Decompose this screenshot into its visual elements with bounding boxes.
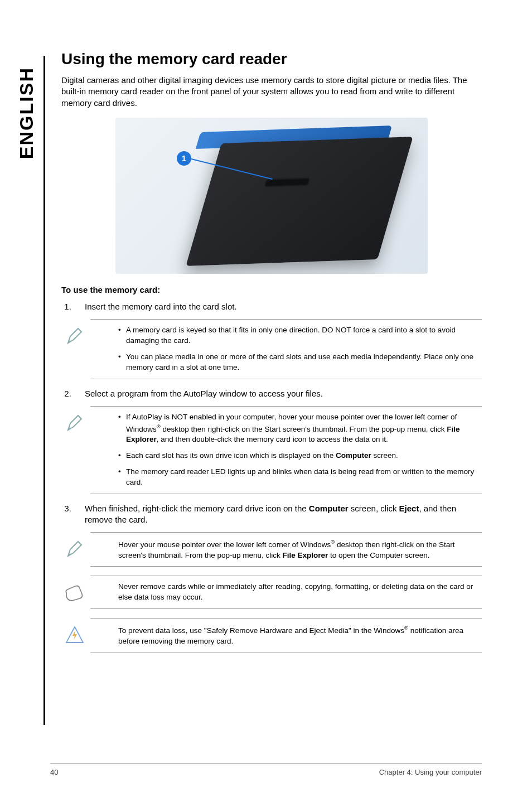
hand-icon <box>64 582 86 604</box>
language-tab: ENGLISH <box>16 67 37 159</box>
note4-text: Never remove cards while or immediately … <box>118 582 478 603</box>
note3-text: Hover your mouse pointer over the lower … <box>118 538 478 561</box>
note-block-1: A memory card is keyed so that it fits i… <box>90 319 482 379</box>
pencil-icon <box>64 325 86 347</box>
chapter-label: Chapter 4: Using your computer <box>379 768 482 776</box>
note1-bullet1: A memory card is keyed so that it fits i… <box>118 325 478 346</box>
note-block-2: If AutoPlay is NOT enabled in your compu… <box>90 406 482 494</box>
section-title: Using the memory card reader <box>61 50 482 68</box>
callout-number: 1 <box>177 151 191 166</box>
note1-bullet2: You can place media in one or more of th… <box>118 352 478 373</box>
note-block-3: Hover your mouse pointer over the lower … <box>90 532 482 567</box>
note2-bullet3: The memory card reader LED lights up and… <box>118 467 478 488</box>
step-2: Select a program from the AutoPlay windo… <box>74 388 482 399</box>
lightning-icon <box>64 624 86 646</box>
procedure-heading: To use the memory card: <box>61 285 482 294</box>
page-footer: 40 Chapter 4: Using your computer <box>50 763 482 776</box>
figure-callout: 1 <box>177 151 191 166</box>
page-number: 40 <box>50 768 58 776</box>
pencil-icon <box>64 538 86 561</box>
note-block-4: Never remove cards while or immediately … <box>90 576 482 609</box>
procedure-list-cont2: When finished, right-click the memory ca… <box>74 503 482 526</box>
step-1: Insert the memory card into the card slo… <box>74 301 482 312</box>
note5-text: To prevent data loss, use "Safely Remove… <box>118 624 478 646</box>
pencil-icon <box>64 412 86 434</box>
note2-bullet1: If AutoPlay is NOT enabled in your compu… <box>118 412 478 445</box>
note-block-5: To prevent data loss, use "Safely Remove… <box>90 618 482 653</box>
side-divider <box>43 56 45 725</box>
product-figure: 1 <box>115 118 428 274</box>
step-3: When finished, right-click the memory ca… <box>74 503 482 526</box>
note2-bullet2: Each card slot has its own drive icon wh… <box>118 451 478 461</box>
intro-paragraph: Digital cameras and other digital imagin… <box>61 75 482 109</box>
procedure-list-cont: Select a program from the AutoPlay windo… <box>74 388 482 399</box>
procedure-list: Insert the memory card into the card slo… <box>74 301 482 312</box>
pc-tower <box>186 137 413 266</box>
